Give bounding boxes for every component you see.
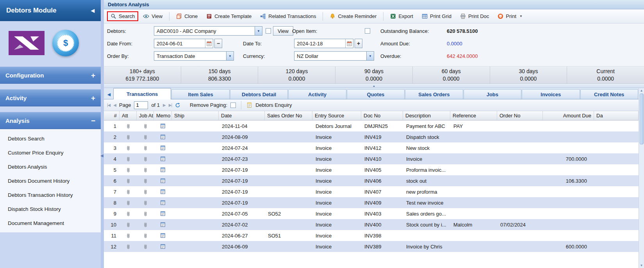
table-row[interactable]: 12024-11-04Debtors JournalDMJRN25Payment… bbox=[104, 121, 639, 131]
table-row[interactable]: 112024-06-27SO51InvoiceINV398 bbox=[104, 230, 639, 241]
paperclip-icon[interactable] bbox=[126, 178, 130, 184]
view-checkbox[interactable] bbox=[266, 28, 271, 34]
clone-button[interactable]: Clone bbox=[172, 11, 202, 22]
sidebar-section-configuration[interactable]: Configuration+ bbox=[0, 67, 101, 84]
view-button[interactable]: View bbox=[139, 11, 166, 22]
collapse-icon[interactable]: − bbox=[91, 117, 95, 124]
memo-icon[interactable] bbox=[160, 123, 166, 129]
table-row[interactable]: 72024-07-19InvoiceINV407new proforma bbox=[104, 186, 639, 197]
chevron-down-icon[interactable]: ▼ bbox=[255, 27, 262, 35]
print-button[interactable]: Print▼ bbox=[494, 11, 526, 22]
prev-page-button[interactable]: ◀ bbox=[113, 103, 116, 107]
debtors-enquiry-button[interactable]: Debtors Enquiry bbox=[255, 102, 292, 108]
scroll-down-icon[interactable]: ▼ bbox=[640, 263, 643, 268]
splitter-arrow-icon[interactable]: ▲ bbox=[373, 85, 375, 87]
paperclip-icon[interactable] bbox=[143, 123, 148, 129]
print-grid-button[interactable]: Print Grid bbox=[418, 11, 455, 22]
column-header-sales-order-no[interactable]: Sales Order No bbox=[265, 111, 312, 120]
sidebar-item-debtors-search[interactable]: Debtors Search bbox=[0, 131, 101, 146]
calendar-icon[interactable] bbox=[205, 39, 213, 48]
column-header-ship[interactable]: Ship bbox=[172, 111, 219, 120]
export-button[interactable]: Export bbox=[386, 11, 417, 22]
paperclip-icon[interactable] bbox=[126, 167, 130, 173]
last-page-button[interactable]: ▶| bbox=[169, 103, 172, 107]
paperclip-icon[interactable] bbox=[126, 211, 130, 217]
sidebar-section-analysis[interactable]: Analysis− bbox=[0, 112, 101, 129]
scrollbar-thumb[interactable] bbox=[640, 94, 644, 144]
memo-icon[interactable] bbox=[160, 233, 166, 238]
paperclip-icon[interactable] bbox=[126, 233, 130, 239]
paperclip-icon[interactable] bbox=[126, 222, 130, 228]
paperclip-icon[interactable] bbox=[126, 156, 130, 162]
tab-credit-notes[interactable]: Credit Notes bbox=[580, 89, 638, 99]
table-row[interactable]: 32024-07-24InvoiceINV412New stock bbox=[104, 142, 639, 153]
sidebar-item-debtors-transaction-history[interactable]: Debtors Transaction History bbox=[0, 188, 101, 202]
memo-icon[interactable] bbox=[160, 178, 166, 183]
date-from-input[interactable]: 2024-06-01 bbox=[154, 39, 213, 48]
paperclip-icon[interactable] bbox=[143, 167, 148, 173]
table-row[interactable]: 42024-07-23InvoiceINV410Invoice700.0000 bbox=[104, 153, 639, 164]
paperclip-icon[interactable] bbox=[126, 134, 130, 140]
sidebar-splitter[interactable]: ◀ bbox=[101, 0, 104, 268]
memo-icon[interactable] bbox=[160, 145, 166, 151]
tab-jobs[interactable]: Jobs bbox=[464, 89, 521, 99]
paperclip-icon[interactable] bbox=[143, 178, 148, 184]
memo-icon[interactable] bbox=[160, 167, 166, 173]
memo-icon[interactable] bbox=[160, 156, 166, 162]
table-row[interactable]: 82024-07-19InvoiceINV409Test new invoice bbox=[104, 197, 639, 208]
paperclip-icon[interactable] bbox=[126, 145, 130, 151]
sidebar-section-activity[interactable]: Activity+ bbox=[0, 89, 101, 106]
tab-debtors-detail[interactable]: Debtors Detail bbox=[230, 89, 288, 99]
tab-activity[interactable]: Activity bbox=[288, 89, 346, 99]
column-header-amount-due[interactable]: Amount Due bbox=[543, 111, 594, 120]
column-header-reference[interactable]: Reference bbox=[450, 111, 497, 120]
paperclip-icon[interactable] bbox=[126, 189, 130, 195]
sidebar-item-debtors-document-history[interactable]: Debtors Document History bbox=[0, 174, 101, 188]
collapse-panel-icon[interactable]: ◀ bbox=[100, 153, 103, 158]
date-to-plus-button[interactable]: + bbox=[355, 39, 362, 48]
open-item-checkbox[interactable] bbox=[365, 28, 370, 34]
tab-scroll-left-icon[interactable]: ◀ bbox=[105, 90, 113, 99]
column-header-memo[interactable]: Memo bbox=[154, 111, 172, 120]
column-header-description[interactable]: Description bbox=[403, 111, 450, 120]
column-header-job-at[interactable]: Job At bbox=[137, 111, 154, 120]
paperclip-icon[interactable] bbox=[143, 156, 148, 162]
table-row[interactable]: 92024-07-05SO52InvoiceINV403Sales orders… bbox=[104, 208, 639, 219]
first-page-button[interactable]: |◀ bbox=[107, 103, 110, 107]
tab-sales-orders[interactable]: Sales Orders bbox=[405, 89, 463, 99]
paperclip-icon[interactable] bbox=[143, 189, 148, 195]
table-row[interactable]: 22024-08-09InvoiceINV419Dispatch stock bbox=[104, 131, 639, 142]
memo-icon[interactable] bbox=[160, 222, 166, 227]
column-header-order-no[interactable]: Order No bbox=[497, 111, 543, 120]
sidebar-item-document-management[interactable]: Document Management bbox=[0, 216, 101, 230]
chevron-down-icon[interactable]: ▼ bbox=[366, 52, 374, 60]
table-row[interactable]: 122024-06-09InvoiceINV389Invoice by Chri… bbox=[104, 241, 639, 252]
memo-icon[interactable] bbox=[160, 134, 166, 140]
table-row[interactable]: 52024-07-19InvoiceINV405Proforma invoic.… bbox=[104, 164, 639, 175]
search-button[interactable]: Search bbox=[107, 11, 138, 21]
order-by-select[interactable]: Transaction Date ▼ bbox=[154, 51, 234, 61]
remove-paging-checkbox[interactable] bbox=[230, 103, 236, 108]
column-header-entry-source[interactable]: Entry Source bbox=[312, 111, 361, 120]
date-to-input[interactable]: 2024-12-18 bbox=[294, 39, 353, 48]
tab-transactions[interactable]: Transactions bbox=[113, 88, 171, 99]
page-input[interactable] bbox=[134, 101, 148, 109]
tab-invoices[interactable]: Invoices bbox=[522, 89, 580, 99]
memo-icon[interactable] bbox=[160, 244, 166, 249]
view-button[interactable]: View bbox=[273, 26, 293, 36]
refresh-icon[interactable] bbox=[175, 103, 180, 108]
sidebar-item-customer-price-enquiry[interactable]: Customer Price Enquiry bbox=[0, 146, 101, 160]
paperclip-icon[interactable] bbox=[143, 211, 148, 217]
paperclip-icon[interactable] bbox=[143, 233, 148, 239]
memo-icon[interactable] bbox=[160, 211, 166, 216]
paperclip-icon[interactable] bbox=[143, 145, 148, 151]
column-header-att[interactable]: Att bbox=[120, 111, 137, 120]
paperclip-icon[interactable] bbox=[143, 244, 148, 250]
paperclip-icon[interactable] bbox=[143, 222, 148, 228]
next-page-button[interactable]: ▶ bbox=[163, 103, 166, 107]
tab-quotes[interactable]: Quotes bbox=[347, 89, 405, 99]
print-doc-button[interactable]: Print Doc bbox=[456, 11, 493, 22]
table-row[interactable]: 62024-07-19InvoiceINV406stock out106.330… bbox=[104, 175, 639, 186]
date-from-minus-button[interactable]: − bbox=[214, 39, 222, 48]
memo-icon[interactable] bbox=[160, 200, 166, 205]
